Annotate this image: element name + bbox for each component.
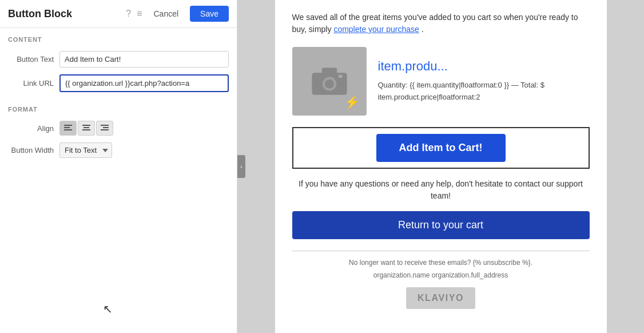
button-text-label: Button Text bbox=[8, 55, 54, 64]
button-width-label: Button Width bbox=[8, 146, 54, 154]
svg-rect-8 bbox=[101, 129, 109, 130]
return-cart-button[interactable]: Return to your cart bbox=[292, 211, 590, 239]
add-to-cart-button[interactable]: Add Item to Cart! bbox=[376, 134, 506, 162]
button-text-row: Button Text bbox=[0, 47, 237, 71]
svg-point-12 bbox=[325, 80, 334, 89]
link-url-label: Link URL bbox=[8, 79, 54, 88]
format-section-label: FORMAT bbox=[0, 98, 237, 117]
link-url-input[interactable] bbox=[61, 76, 228, 91]
email-intro-text: We saved all of the great items you've a… bbox=[292, 11, 590, 35]
email-preview: We saved all of the great items you've a… bbox=[275, 0, 607, 333]
divider bbox=[292, 251, 590, 251]
save-button[interactable]: Save bbox=[190, 6, 229, 22]
product-row: ⚡ item.produ... Quantity: {{ item.quanti… bbox=[292, 47, 590, 116]
svg-rect-3 bbox=[82, 125, 90, 126]
product-details: Quantity: {{ item.quantity|floatformat:0… bbox=[378, 80, 590, 104]
align-row: Align bbox=[0, 117, 237, 139]
product-image: ⚡ bbox=[292, 47, 367, 116]
svg-rect-10 bbox=[321, 68, 336, 75]
button-text-input[interactable] bbox=[59, 51, 229, 68]
link-url-row: Link URL bbox=[0, 71, 237, 96]
content-section-label: CONTENT bbox=[0, 28, 237, 47]
support-text: If you have any questions or need any he… bbox=[292, 178, 590, 202]
menu-icon[interactable]: ≡ bbox=[137, 9, 142, 19]
align-right-button[interactable] bbox=[96, 121, 113, 136]
right-panel: ‹ We saved all of the great items you've… bbox=[237, 0, 644, 333]
link-url-input-wrapper bbox=[59, 74, 229, 92]
klaviyo-badge: KLAVIYO bbox=[292, 287, 590, 309]
help-icon[interactable]: ? bbox=[126, 9, 131, 19]
svg-rect-1 bbox=[64, 127, 70, 128]
align-buttons bbox=[59, 121, 113, 136]
cancel-button[interactable]: Cancel bbox=[148, 6, 184, 21]
product-name: item.produ... bbox=[378, 59, 590, 74]
cursor-area: ↖ bbox=[0, 161, 237, 333]
add-to-cart-container: Add Item to Cart! bbox=[292, 127, 590, 169]
panel-title: Button Block bbox=[8, 8, 120, 20]
cursor: ↖ bbox=[103, 302, 113, 316]
left-panel: Button Block ? ≡ Cancel Save CONTENT But… bbox=[0, 0, 237, 333]
svg-rect-13 bbox=[338, 75, 342, 78]
svg-rect-4 bbox=[84, 127, 89, 128]
panel-toggle-button[interactable]: ‹ bbox=[237, 155, 245, 178]
svg-rect-7 bbox=[103, 127, 109, 128]
align-left-button[interactable] bbox=[59, 121, 77, 136]
svg-rect-0 bbox=[64, 125, 72, 126]
svg-rect-2 bbox=[64, 129, 72, 130]
button-width-row: Button Width Fit to Text Full Width bbox=[0, 139, 237, 161]
format-section: FORMAT Align bbox=[0, 98, 237, 161]
lightning-icon: ⚡ bbox=[344, 95, 360, 110]
align-label: Align bbox=[8, 124, 54, 133]
complete-purchase-link[interactable]: complete your purchase bbox=[333, 25, 419, 34]
svg-rect-5 bbox=[82, 129, 90, 130]
svg-rect-6 bbox=[101, 125, 109, 126]
button-width-select[interactable]: Fit to Text Full Width bbox=[59, 142, 112, 158]
camera-icon bbox=[309, 60, 349, 102]
product-info: item.produ... Quantity: {{ item.quantity… bbox=[378, 59, 590, 104]
align-center-button[interactable] bbox=[78, 121, 95, 136]
klaviyo-logo: KLAVIYO bbox=[406, 287, 475, 309]
panel-header: Button Block ? ≡ Cancel Save bbox=[0, 0, 237, 28]
unsubscribe-text: No longer want to receive these emails? … bbox=[292, 257, 590, 282]
